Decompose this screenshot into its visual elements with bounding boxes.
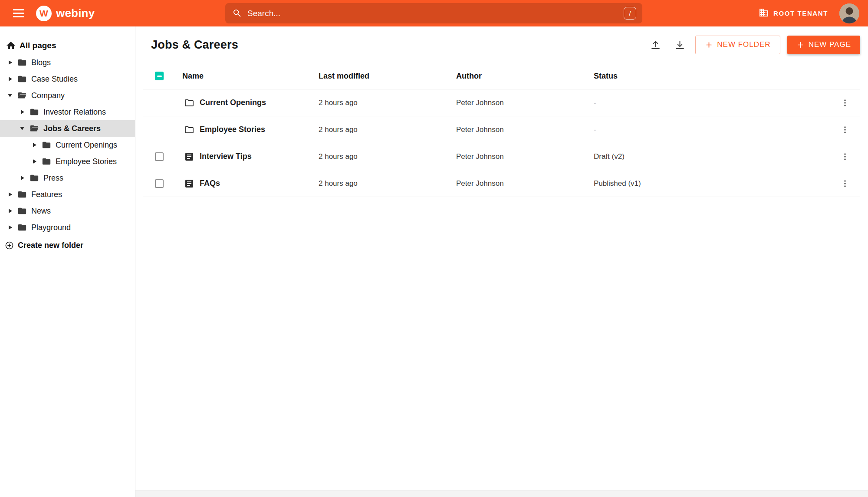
row-name-cell[interactable]: Employee Stories <box>182 125 319 135</box>
create-new-folder-button[interactable]: Create new folder <box>0 241 135 250</box>
sidebar-item-company[interactable]: Company <box>0 87 135 104</box>
row-checkbox-cell <box>143 89 182 116</box>
caret-right-icon[interactable] <box>8 192 14 197</box>
new-folder-label: NEW FOLDER <box>717 40 770 49</box>
row-status: Draft (v2) <box>594 152 830 161</box>
pages-table: Name Last modified Author Status Current… <box>143 63 860 197</box>
row-menu-cell <box>830 150 860 163</box>
row-name-cell[interactable]: Current Openings <box>182 98 319 108</box>
download-button[interactable] <box>671 36 688 53</box>
tenant-selector[interactable]: ROOT TENANT <box>759 7 828 20</box>
sidebar-item-label: Features <box>31 190 62 199</box>
sidebar-item-jobs-careers[interactable]: Jobs & Careers <box>0 120 135 137</box>
keyboard-shortcut-badge: / <box>624 7 636 20</box>
folder-tree: BlogsCase StudiesCompanyInvestor Relatio… <box>0 54 135 236</box>
menu-icon[interactable] <box>11 7 26 19</box>
user-avatar[interactable] <box>839 3 859 23</box>
row-author: Peter Johnson <box>456 125 594 134</box>
page-body: All pages BlogsCase StudiesCompanyInvest… <box>0 26 868 497</box>
row-last-modified: 2 hours ago <box>319 99 456 107</box>
page-icon <box>184 178 194 189</box>
sidebar-item-label: Blogs <box>31 58 51 67</box>
folder-open-icon <box>30 124 39 133</box>
sidebar-item-features[interactable]: Features <box>0 186 135 203</box>
new-page-label: NEW PAGE <box>809 40 851 49</box>
row-menu-button[interactable] <box>838 123 852 136</box>
upload-button[interactable] <box>647 36 664 53</box>
row-menu-button[interactable] <box>838 177 852 190</box>
sidebar-item-all-pages[interactable]: All pages <box>0 37 135 54</box>
search-input[interactable] <box>247 9 624 18</box>
caret-right-icon[interactable] <box>32 143 38 147</box>
row-menu-button[interactable] <box>838 150 852 163</box>
folder-icon <box>42 157 51 166</box>
sidebar-item-blogs[interactable]: Blogs <box>0 54 135 71</box>
sidebar-item-label: Press <box>43 174 63 183</box>
caret-down-icon[interactable] <box>8 94 14 97</box>
caret-right-icon[interactable] <box>8 225 14 230</box>
row-name-cell[interactable]: FAQs <box>182 178 319 189</box>
caret-right-icon[interactable] <box>20 110 26 114</box>
upload-icon <box>650 39 661 51</box>
webiny-logo[interactable]: W webiny <box>36 6 95 21</box>
row-menu-cell <box>830 123 860 136</box>
sidebar-item-label: News <box>31 207 51 216</box>
folder-icon <box>42 140 51 150</box>
webiny-logo-icon: W <box>36 6 52 21</box>
sidebar-item-investor-relations[interactable]: Investor Relations <box>0 104 135 120</box>
row-author: Peter Johnson <box>456 99 594 107</box>
sidebar-item-news[interactable]: News <box>0 203 135 219</box>
table-row[interactable]: Current Openings2 hours agoPeter Johnson… <box>143 89 860 116</box>
sidebar-item-label: Company <box>31 91 65 100</box>
table-row[interactable]: FAQs2 hours agoPeter JohnsonPublished (v… <box>143 170 860 197</box>
home-icon <box>6 40 16 51</box>
folder-icon <box>184 125 194 135</box>
download-icon <box>674 39 686 51</box>
caret-right-icon[interactable] <box>20 176 26 180</box>
caret-right-icon[interactable] <box>32 159 38 164</box>
row-checkbox-cell <box>143 143 182 170</box>
folder-open-icon <box>17 91 27 100</box>
caret-right-icon[interactable] <box>8 209 14 213</box>
sidebar-item-playground[interactable]: Playground <box>0 219 135 236</box>
plus-icon <box>796 41 805 49</box>
table-row[interactable]: Employee Stories2 hours agoPeter Johnson… <box>143 116 860 143</box>
row-checkbox[interactable] <box>155 179 164 188</box>
column-header-modified[interactable]: Last modified <box>319 72 456 81</box>
caret-right-icon[interactable] <box>8 77 14 81</box>
sidebar-item-label: Jobs & Careers <box>43 124 101 133</box>
folder-icon <box>30 173 39 183</box>
table-row[interactable]: Interview Tips2 hours agoPeter JohnsonDr… <box>143 143 860 170</box>
row-name: FAQs <box>200 179 220 188</box>
main-content: Jobs & Careers <box>135 26 868 497</box>
row-menu-button[interactable] <box>838 96 852 109</box>
sidebar-item-press[interactable]: Press <box>0 170 135 186</box>
row-name-cell[interactable]: Interview Tips <box>182 151 319 162</box>
tenant-label: ROOT TENANT <box>773 10 828 17</box>
caret-right-icon[interactable] <box>8 60 14 65</box>
column-header-author[interactable]: Author <box>456 72 594 81</box>
column-header-status[interactable]: Status <box>594 72 830 81</box>
row-status: - <box>594 99 830 107</box>
sidebar-item-employee-stories[interactable]: Employee Stories <box>0 153 135 170</box>
table-header-row: Name Last modified Author Status <box>143 63 860 89</box>
new-page-button[interactable]: NEW PAGE <box>787 36 860 54</box>
search-bar[interactable]: / <box>225 3 642 23</box>
column-header-name[interactable]: Name <box>182 72 319 81</box>
select-all-cell <box>143 63 182 89</box>
sidebar-item-case-studies[interactable]: Case Studies <box>0 71 135 87</box>
row-menu-cell <box>830 177 860 190</box>
row-checkbox[interactable] <box>155 152 164 161</box>
row-menu-cell <box>830 96 860 109</box>
select-all-checkbox[interactable] <box>155 72 164 80</box>
folder-icon <box>30 107 39 117</box>
row-checkbox-cell <box>143 170 182 197</box>
folder-icon <box>17 223 27 232</box>
row-last-modified: 2 hours ago <box>319 179 456 188</box>
new-folder-button[interactable]: NEW FOLDER <box>695 36 780 54</box>
webiny-logo-text: webiny <box>56 7 95 20</box>
caret-down-icon[interactable] <box>20 127 26 130</box>
sidebar-item-current-openings[interactable]: Current Openings <box>0 137 135 153</box>
folder-icon <box>17 190 27 199</box>
table-body: Current Openings2 hours agoPeter Johnson… <box>143 89 860 197</box>
